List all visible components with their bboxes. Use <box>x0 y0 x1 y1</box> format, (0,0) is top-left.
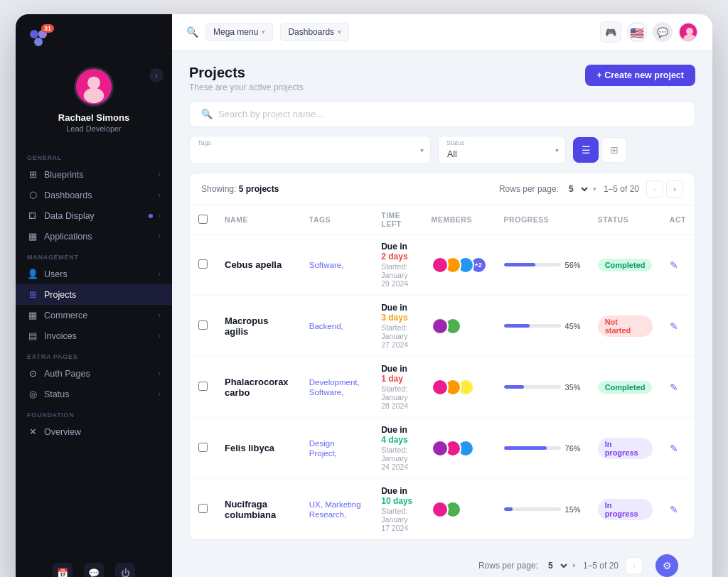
sidebar-item-label: Data Display <box>44 211 141 221</box>
flag-us[interactable]: 🇺🇸 <box>627 22 647 42</box>
sidebar-item-commerce[interactable]: ▦ Commerce › <box>16 305 172 325</box>
bottom-pagination-range: 1–5 of 20 <box>583 561 619 571</box>
project-tags[interactable]: Software, <box>309 261 344 269</box>
profile-chevron-btn[interactable]: › <box>149 68 164 82</box>
chevron-down-icon: › <box>159 311 161 319</box>
chevron-down-icon: › <box>159 191 161 199</box>
table-row: Cebus apella Software, Due in 2 days Sta… <box>190 234 695 296</box>
status-filter: Status All Completed In progress Not sta… <box>438 136 566 164</box>
status-label: Status <box>446 139 465 146</box>
project-tags[interactable]: UX, Marketing Research, <box>309 500 361 519</box>
member-avatar <box>432 257 449 274</box>
due-label: Due in 4 days <box>381 425 414 445</box>
sidebar-item-label: Users <box>44 269 153 279</box>
row-checkbox[interactable] <box>198 504 208 513</box>
calendar-icon[interactable]: 📅 <box>53 563 73 577</box>
search-input[interactable] <box>218 109 683 119</box>
due-date: Started: January 17 2024 <box>381 507 414 532</box>
section-extra-label: EXTRA PAGES <box>16 346 172 363</box>
mega-menu-button[interactable]: Mega menu ▾ <box>205 23 273 41</box>
project-tags[interactable]: Design Project, <box>309 439 337 458</box>
page-nav: ‹ › <box>646 180 683 198</box>
settings-button[interactable]: ⚙ <box>655 554 678 577</box>
member-avatar <box>432 440 449 457</box>
due-days: 4 days <box>381 435 407 445</box>
auth-icon: ⊙ <box>27 368 38 379</box>
create-new-project-button[interactable]: + Create new project <box>585 65 695 86</box>
progress-bar-wrap: 15% <box>504 505 581 514</box>
chevron-down-icon: › <box>159 270 161 278</box>
sidebar-item-dashboards[interactable]: ⬡ Dashboards › <box>16 185 172 205</box>
tags-label: Tags <box>198 139 211 146</box>
table-meta: Showing: 5 projects Rows per page: 51025… <box>190 173 695 205</box>
topbar-search-icon[interactable]: 🔍 <box>186 26 198 38</box>
blueprints-icon: ⊞ <box>27 169 38 180</box>
power-icon[interactable]: ⏻ <box>115 563 135 577</box>
prev-page-button[interactable]: ‹ <box>646 180 663 198</box>
avatar[interactable] <box>74 67 114 107</box>
svg-point-4 <box>87 77 100 90</box>
gamepad-icon-btn[interactable]: 🎮 <box>600 21 621 43</box>
section-general-label: GENERAL <box>16 147 172 164</box>
users-icon: 👤 <box>27 269 38 279</box>
due-date: Started: January 29 2024 <box>381 262 414 288</box>
tags-select[interactable] <box>189 136 431 164</box>
members-stack: +2 <box>432 257 487 274</box>
edit-icon[interactable]: ✎ <box>670 382 678 393</box>
bottom-prev-page-button[interactable]: ‹ <box>626 557 643 574</box>
project-name: Cebus apella <box>225 259 282 270</box>
list-view-button[interactable]: ☰ <box>573 137 599 163</box>
status-badge: In progress <box>598 499 653 520</box>
edit-icon[interactable]: ✎ <box>670 504 678 515</box>
edit-icon[interactable]: ✎ <box>670 259 678 271</box>
sidebar-item-status[interactable]: ◎ Status › <box>16 384 172 404</box>
bottom-rpp-select[interactable]: 51025 <box>545 560 569 571</box>
project-tags[interactable]: Backend, <box>309 322 343 330</box>
row-checkbox[interactable] <box>198 443 208 452</box>
due-label: Due in 2 days <box>381 242 414 261</box>
col-name: NAME <box>216 205 301 234</box>
user-avatar-topbar[interactable] <box>678 22 698 42</box>
due-date: Started: January 24 2024 <box>381 446 414 471</box>
search-bar: 🔍 <box>189 101 695 127</box>
row-checkbox[interactable] <box>198 320 208 330</box>
row-checkbox[interactable] <box>198 382 208 391</box>
sidebar-item-users[interactable]: 👤 Users › <box>16 264 172 284</box>
next-page-button[interactable]: › <box>666 180 683 198</box>
progress-bar <box>504 446 561 450</box>
edit-icon[interactable]: ✎ <box>670 443 678 454</box>
status-icon: ◎ <box>27 389 38 399</box>
project-name: Nucifraga columbiana <box>225 499 276 520</box>
section-foundation-label: FOUNDATION <box>16 404 172 421</box>
sidebar-item-overview[interactable]: ✕ Overview <box>16 421 172 442</box>
progress-bar-wrap: 45% <box>504 322 581 330</box>
status-badge: Completed <box>598 259 653 271</box>
sidebar-item-blueprints[interactable]: ⊞ Blueprints › <box>16 164 172 185</box>
edit-icon[interactable]: ✎ <box>670 320 678 332</box>
project-tags[interactable]: Development, Software, <box>309 378 360 397</box>
chat-icon[interactable]: 💬 <box>84 563 104 577</box>
dashboards-menu-button[interactable]: Dashboards ▾ <box>280 23 349 41</box>
notifications-icon-btn[interactable]: 💬 <box>653 22 673 42</box>
showing-label: Showing: 5 projects <box>201 184 279 194</box>
grid-view-button[interactable]: ⊞ <box>601 137 627 163</box>
sidebar-item-invoices[interactable]: ▤ Invoices › <box>16 325 172 346</box>
dashboards-menu-label: Dashboards <box>288 27 334 37</box>
sidebar-item-data-display[interactable]: ⛋ Data Display › <box>16 205 172 226</box>
due-date: Started: January 28 2024 <box>381 384 414 410</box>
due-date: Started: January 27 2024 <box>381 323 414 349</box>
main-content: 🔍 Mega menu ▾ Dashboards ▾ 🎮 🇺🇸 💬 <box>172 14 712 577</box>
rows-per-page-select[interactable]: 51025 <box>566 183 590 195</box>
projects-icon: ⊞ <box>27 289 38 300</box>
select-all-checkbox[interactable] <box>198 215 208 224</box>
row-checkbox[interactable] <box>198 259 208 269</box>
due-label: Due in 10 days <box>381 486 414 506</box>
progress-fill <box>504 507 513 511</box>
logo-badge: 31 <box>41 24 54 33</box>
due-days: 1 day <box>381 374 403 384</box>
sidebar-item-applications[interactable]: ▦ Applications › <box>16 226 172 247</box>
sidebar-item-projects[interactable]: ⊞ Projects <box>16 284 172 305</box>
bottom-rows-per-page-label: Rows per page: <box>478 561 538 571</box>
table-row: Felis libyca Design Project, Due in 4 da… <box>190 418 695 479</box>
sidebar-item-auth-pages[interactable]: ⊙ Auth Pages › <box>16 363 172 384</box>
